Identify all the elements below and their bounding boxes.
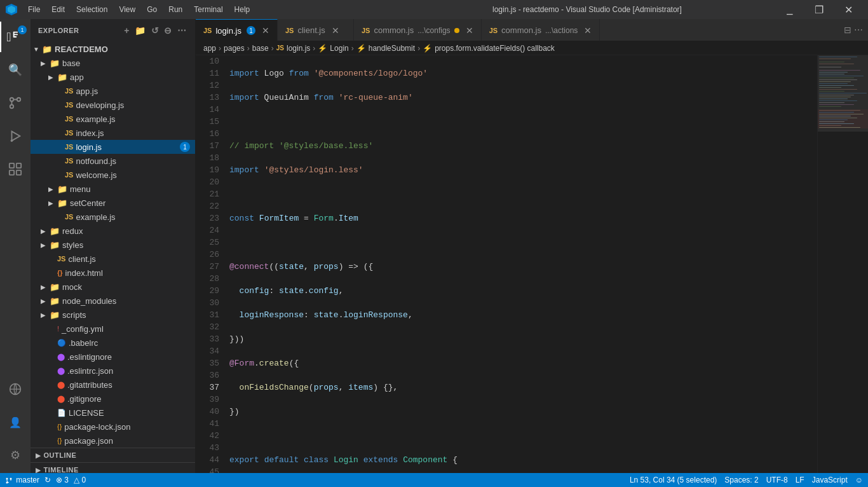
tab-login-close[interactable]: ✕ xyxy=(262,25,269,36)
more-tab-actions-icon[interactable]: ⋯ xyxy=(854,25,863,35)
folder-scripts[interactable]: ▶ 📁 scripts xyxy=(31,308,195,322)
encoding[interactable]: UTF-8 xyxy=(766,476,788,484)
breadcrumb-login-class[interactable]: Login xyxy=(330,44,348,53)
accounts-activity-icon[interactable]: 👤 xyxy=(0,407,31,437)
tab-common-configs-close[interactable]: ✕ xyxy=(466,25,473,36)
file-babelrc[interactable]: 🔵 .babelrc xyxy=(31,336,195,350)
breadcrumb-pages[interactable]: pages xyxy=(224,44,245,53)
folder-mock[interactable]: ▶ 📁 mock xyxy=(31,280,195,294)
status-bar: master ↻ ⊗ 3 △ 0 Ln 53, Col 34 (5 select… xyxy=(0,473,868,487)
folder-app[interactable]: ▶ 📁 app xyxy=(31,70,195,84)
file-index-html[interactable]: {} index.html xyxy=(31,266,195,280)
file-example-js-1[interactable]: JS example.js xyxy=(31,112,195,126)
tab-badge-1: 1 xyxy=(247,26,255,35)
timeline-header[interactable]: ▶ TIMELINE xyxy=(31,463,195,473)
file-package-json[interactable]: {} package.json xyxy=(31,434,195,448)
refresh-icon[interactable]: ↺ xyxy=(150,24,161,37)
file-gitattributes[interactable]: ⬤ .gitattributes xyxy=(31,378,195,392)
collapse-icon[interactable]: ⊖ xyxy=(163,24,173,37)
menu-label: menu xyxy=(70,184,91,194)
file-example-js-2[interactable]: JS example.js xyxy=(31,210,195,224)
more-actions-icon[interactable]: ⋯ xyxy=(176,24,188,37)
tab-common-actions[interactable]: JS common.js ...\actions ✕ xyxy=(482,19,600,41)
tab-client-close[interactable]: ✕ xyxy=(332,25,339,36)
menu-edit[interactable]: Edit xyxy=(46,4,70,15)
file-login-js[interactable]: JS login.js 1 xyxy=(31,140,195,154)
code-content[interactable]: import Logo from '@components/logo/logo'… xyxy=(224,55,817,473)
folder-menu[interactable]: ▶ 📁 menu xyxy=(31,182,195,196)
outline-header[interactable]: ▶ OUTLINE xyxy=(31,448,195,462)
folder-redux[interactable]: ▶ 📁 redux xyxy=(31,224,195,238)
file-config-yml[interactable]: ! _config.yml xyxy=(31,322,195,336)
folder-setcenter[interactable]: ▶ 📁 setCenter xyxy=(31,196,195,210)
folder-base[interactable]: ▶ 📁 base xyxy=(31,56,195,70)
explorer-activity-icon[interactable]:  1 xyxy=(0,22,31,52)
file-eslintignore[interactable]: ⬤ .eslintignore xyxy=(31,350,195,364)
file-notfound-js[interactable]: JS notfound.js xyxy=(31,154,195,168)
breadcrumb-handle-submit[interactable]: handleSubmit xyxy=(369,44,415,53)
new-file-icon[interactable]: + xyxy=(123,24,131,37)
settings-activity-icon[interactable]: ⚙ xyxy=(0,440,31,470)
file-client-js[interactable]: JS client.js xyxy=(31,252,195,266)
tree-root[interactable]: ▼ 📁 REACTDEMO xyxy=(31,42,195,56)
search-activity-icon[interactable]: 🔍 xyxy=(0,55,31,85)
breadcrumb-base[interactable]: base xyxy=(252,44,269,53)
menu-terminal[interactable]: Terminal xyxy=(189,4,227,15)
svg-rect-43 xyxy=(819,114,864,114)
errors-count[interactable]: ⊗ 3 xyxy=(56,476,69,484)
svg-rect-34 xyxy=(819,97,851,97)
tab-login-js-icon: JS xyxy=(203,27,212,34)
new-folder-icon[interactable]: 📁 xyxy=(133,24,147,37)
code-line-26: export default class Login extends Compo… xyxy=(229,454,817,466)
file-gitignore[interactable]: ⬤ .gitignore xyxy=(31,392,195,406)
line-ending[interactable]: LF xyxy=(796,476,804,484)
extensions-activity-icon[interactable] xyxy=(0,154,31,184)
svg-rect-36 xyxy=(819,100,857,101)
file-index-js[interactable]: JS index.js xyxy=(31,126,195,140)
feedback-icon[interactable]: ☺ xyxy=(855,476,863,484)
file-developing-js[interactable]: JS developing.js xyxy=(31,98,195,112)
file-tree: ▼ 📁 REACTDEMO ▶ 📁 base ▶ 📁 app JS app.js xyxy=(31,42,195,473)
tab-client-js[interactable]: JS client.js ✕ xyxy=(278,19,354,41)
styles-folder-icon: 📁 xyxy=(50,240,60,250)
run-debug-activity-icon[interactable] xyxy=(0,121,31,151)
license-label: LICENSE xyxy=(69,408,104,418)
tab-common-actions-close[interactable]: ✕ xyxy=(584,25,592,36)
sync-icon[interactable]: ↻ xyxy=(44,476,51,484)
remote-activity-icon[interactable] xyxy=(0,374,31,404)
file-package-lock[interactable]: {} package-lock.json xyxy=(31,420,195,434)
menu-view[interactable]: View xyxy=(114,4,140,15)
breadcrumb-login-js[interactable]: login.js xyxy=(287,44,310,53)
file-welcome-js[interactable]: JS welcome.js xyxy=(31,168,195,182)
tab-common-configs[interactable]: JS common.js ...\configs ✕ xyxy=(354,19,482,41)
tab-login-js[interactable]: JS login.js 1 ✕ xyxy=(196,19,278,41)
gitignore-label: .gitignore xyxy=(67,394,101,404)
breadcrumb-callback[interactable]: props.form.validateFields() callback xyxy=(435,44,555,53)
menu-help[interactable]: Help xyxy=(229,4,255,15)
cursor-position[interactable]: Ln 53, Col 34 (5 selected) xyxy=(630,476,717,484)
menu-run[interactable]: Run xyxy=(163,4,187,15)
menu-file[interactable]: File xyxy=(23,4,45,15)
minimize-button[interactable]: ⎯ xyxy=(775,0,804,19)
file-license[interactable]: 📄 LICENSE xyxy=(31,406,195,420)
menu-go[interactable]: Go xyxy=(142,4,162,15)
breadcrumb-app[interactable]: app xyxy=(203,44,216,53)
warnings-count[interactable]: △ 0 xyxy=(74,476,86,484)
menu-selection[interactable]: Selection xyxy=(71,4,112,15)
package-lock-icon: {} xyxy=(57,423,62,430)
restore-button[interactable]: ❐ xyxy=(804,0,834,19)
folder-node-modules[interactable]: ▶ 📁 node_modules xyxy=(31,294,195,308)
close-button[interactable]: ✕ xyxy=(834,0,863,19)
code-line-17 xyxy=(229,237,817,249)
file-app-js[interactable]: JS app.js xyxy=(31,84,195,98)
split-editor-icon[interactable]: ⊟ xyxy=(844,25,851,35)
code-editor[interactable]: 10 11 12 13 14 15 16 17 18 19 20 21 22 2… xyxy=(196,55,868,473)
svg-rect-49 xyxy=(819,125,841,126)
folder-styles[interactable]: ▶ 📁 styles xyxy=(31,238,195,252)
file-eslintrc[interactable]: ⬤ .eslintrc.json xyxy=(31,364,195,378)
git-branch[interactable]: master xyxy=(5,476,39,484)
language-mode[interactable]: JavaScript xyxy=(812,476,848,484)
indentation[interactable]: Spaces: 2 xyxy=(724,476,758,484)
source-control-activity-icon[interactable] xyxy=(0,88,31,118)
example-js-label-2: example.js xyxy=(76,212,115,222)
